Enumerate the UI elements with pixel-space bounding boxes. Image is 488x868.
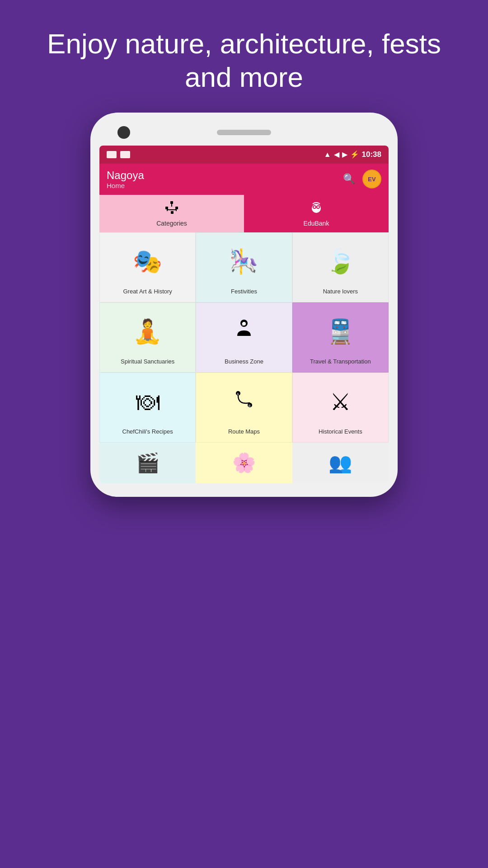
spiritual-icon: 🧘 bbox=[133, 318, 162, 345]
historical-icon: ⚔ bbox=[330, 388, 351, 415]
user-avatar-button[interactable]: EV bbox=[362, 170, 381, 189]
great-art-label: Great Art & History bbox=[123, 288, 172, 296]
festivities-label: Festivities bbox=[231, 288, 257, 296]
category-spiritual[interactable]: 🧘 Spiritual Sanctuaries bbox=[99, 302, 196, 373]
partial-cell-1[interactable]: 🎬 bbox=[99, 443, 196, 483]
partial-icon-2: 🌸 bbox=[232, 452, 256, 474]
speaker bbox=[217, 130, 271, 135]
partial-cell-3[interactable]: 👥 bbox=[292, 443, 389, 483]
festivities-icon: 🎠 bbox=[229, 248, 258, 275]
svg-rect-6 bbox=[167, 209, 177, 210]
app-subtitle: Home bbox=[107, 182, 144, 189]
chef-label: ChefChili's Recipes bbox=[122, 428, 173, 436]
hero-text: Enjoy nature, architecture, fests and mo… bbox=[0, 0, 488, 113]
category-travel[interactable]: 🚆 Travel & Transportation bbox=[292, 302, 389, 373]
status-bar: ▲ ◀ ▶ ⚡ 10:38 bbox=[99, 146, 389, 164]
partial-cell-2[interactable]: 🌸 bbox=[196, 443, 292, 483]
tab-categories[interactable]: Categories bbox=[99, 195, 244, 232]
category-festivities[interactable]: 🎠 Festivities bbox=[196, 232, 292, 302]
tab-bar: Categories EduBank bbox=[99, 195, 389, 232]
tab-categories-label: Categories bbox=[156, 220, 187, 227]
svg-rect-3 bbox=[171, 211, 174, 214]
svg-point-8 bbox=[312, 204, 321, 213]
app-icon-1 bbox=[107, 151, 117, 158]
app-title-block: Nagoya Home bbox=[107, 169, 144, 189]
svg-rect-7 bbox=[176, 209, 177, 211]
status-time: 10:38 bbox=[362, 150, 381, 159]
svg-rect-1 bbox=[165, 207, 168, 209]
category-business[interactable]: $ Business Zone bbox=[196, 302, 292, 373]
spiritual-label: Spiritual Sanctuaries bbox=[121, 358, 174, 366]
app-title: Nagoya bbox=[107, 169, 144, 182]
category-nature[interactable]: 🍃 Nature lovers bbox=[292, 232, 389, 302]
travel-label: Travel & Transportation bbox=[310, 358, 371, 366]
signal-full-icon: ▶ bbox=[342, 150, 347, 159]
svg-rect-4 bbox=[171, 204, 172, 207]
svg-rect-0 bbox=[170, 201, 173, 204]
edubank-icon bbox=[309, 200, 324, 218]
svg-text:B: B bbox=[249, 404, 251, 407]
chef-icon: 🍽 bbox=[136, 388, 160, 415]
category-route[interactable]: A B Route Maps bbox=[196, 373, 292, 443]
great-art-icon: 🎭 bbox=[133, 248, 162, 275]
avatar-label: EV bbox=[368, 176, 375, 183]
svg-text:A: A bbox=[237, 392, 239, 396]
business-label: Business Zone bbox=[225, 358, 263, 366]
signal-icon: ◀ bbox=[334, 150, 339, 159]
tab-edubank[interactable]: EduBank bbox=[244, 195, 389, 232]
travel-icon: 🚆 bbox=[326, 318, 355, 345]
partial-icon-3: 👥 bbox=[328, 452, 352, 474]
partial-icon-1: 🎬 bbox=[136, 452, 160, 474]
phone-device: ▲ ◀ ▶ ⚡ 10:38 Nagoya Home 🔍 EV bbox=[90, 113, 398, 497]
nature-label: Nature lovers bbox=[323, 288, 358, 296]
historical-label: Historical Events bbox=[319, 428, 362, 436]
phone-bezel bbox=[99, 126, 389, 146]
category-historical[interactable]: ⚔ Historical Events bbox=[292, 373, 389, 443]
partial-row: 🎬 🌸 👥 bbox=[99, 443, 389, 483]
app-bar: Nagoya Home 🔍 EV bbox=[99, 164, 389, 195]
status-left-icons bbox=[107, 151, 130, 158]
route-icon: A B bbox=[233, 388, 255, 416]
category-chef[interactable]: 🍽 ChefChili's Recipes bbox=[99, 373, 196, 443]
app-icon-2 bbox=[120, 151, 130, 158]
svg-text:$: $ bbox=[242, 322, 244, 326]
tab-edubank-label: EduBank bbox=[304, 220, 329, 227]
svg-point-11 bbox=[314, 206, 315, 208]
wifi-icon: ▲ bbox=[324, 151, 331, 159]
nature-icon: 🍃 bbox=[326, 248, 355, 275]
categories-icon bbox=[164, 200, 179, 218]
status-right-icons: ▲ ◀ ▶ ⚡ 10:38 bbox=[324, 150, 381, 159]
battery-icon: ⚡ bbox=[350, 150, 359, 159]
route-label: Route Maps bbox=[228, 428, 260, 436]
phone-screen: ▲ ◀ ▶ ⚡ 10:38 Nagoya Home 🔍 EV bbox=[99, 146, 389, 483]
camera-icon bbox=[117, 126, 130, 139]
app-bar-actions: 🔍 EV bbox=[341, 170, 381, 189]
category-grid: 🎭 Great Art & History 🎠 Festivities 🍃 Na… bbox=[99, 232, 389, 443]
svg-rect-2 bbox=[175, 207, 178, 209]
category-great-art[interactable]: 🎭 Great Art & History bbox=[99, 232, 196, 302]
business-icon: $ bbox=[233, 318, 255, 346]
svg-point-12 bbox=[317, 206, 319, 208]
search-button[interactable]: 🔍 bbox=[341, 171, 357, 187]
